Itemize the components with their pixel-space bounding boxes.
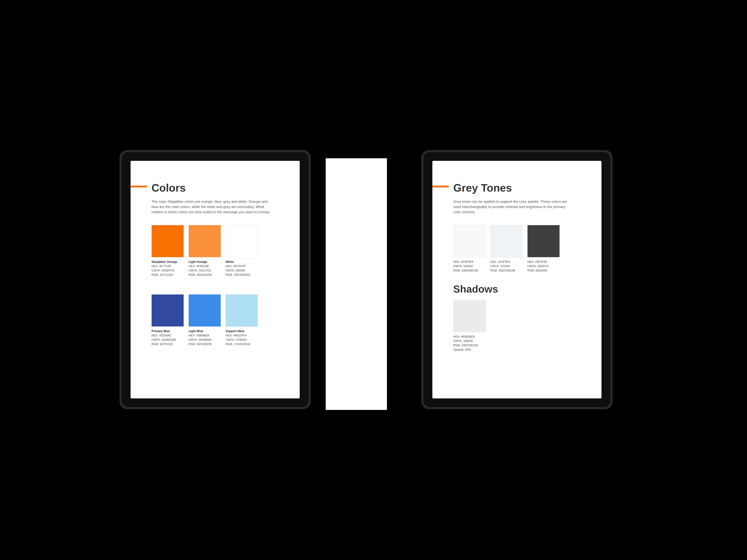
swatch-name: Sitejabber Orange: [152, 260, 184, 264]
swatch-cmyk: CMYK: 44/35/0/36: [152, 338, 184, 342]
swatch-hex: HEX: #3B8BEB: [188, 333, 221, 338]
swatch-rgb: RGB: 174/223/244: [226, 342, 258, 346]
page-title: Grey Tones: [453, 182, 581, 194]
page-lead: The main Sitejabber colors are orange, b…: [152, 199, 271, 215]
tablet-left-screen: Colors The main Sitejabber colors are or…: [131, 161, 300, 398]
swatch-hex: HEX: #FFFFFF: [226, 264, 258, 268]
swatch-cmyk: CMYK: 0/0/0/0: [226, 268, 258, 273]
swatch-hex: HEX: #AEDFF4: [226, 333, 258, 338]
swatch-name: Primary Blue: [152, 329, 184, 333]
swatch-rgb: RGB: 255/255/255: [226, 273, 258, 277]
accent-bar-icon: [131, 186, 147, 187]
stage: Colors The main Sitejabber colors are or…: [0, 0, 747, 560]
swatch-rgb: RGB: 59/139/235: [188, 342, 221, 346]
color-chip: [453, 225, 486, 257]
page-title: Colors: [152, 182, 279, 194]
swatch-cmyk: CMYK: 2/1/0/4: [490, 264, 523, 268]
swatch-rgb: RGB: 248/248/248: [453, 268, 486, 273]
swatch: Support Blue HEX: #AEDFF4 CMYK: 27/8/0/4…: [226, 294, 258, 346]
swatch-cmyk: CMYK: 0/0/0/75: [527, 264, 560, 268]
swatch-rgb: RGB: 250/145/59: [188, 273, 221, 277]
swatch-cmyk: CMYK: 0/0/0/8: [453, 339, 486, 343]
color-chip: [188, 225, 221, 257]
section-title-shadows: Shadows: [453, 283, 581, 295]
swatch: HEX: #EBEBEB CMYK: 0/0/0/8 RGB: 235/235/…: [453, 300, 486, 352]
tablet-left: Colors The main Sitejabber colors are or…: [120, 150, 311, 409]
swatch-rgb: RGB: 235/235/235: [453, 343, 486, 347]
color-chip: [226, 225, 258, 257]
swatch-hex: HEX: #EBEBEB: [453, 335, 486, 339]
swatch-rgb: RGB: 240/243/246: [490, 268, 523, 273]
swatch-cmyk: CMYK: 0/41/75/2: [188, 268, 221, 273]
swatch: White HEX: #FFFFFF CMYK: 0/0/0/0 RGB: 25…: [226, 225, 258, 277]
color-chip: [188, 294, 221, 327]
swatch-grid-colors: Sitejabber Orange HEX: #F77100 CMYK: 0/5…: [152, 225, 279, 346]
swatch-name: White: [226, 260, 258, 264]
center-page-sliver: [326, 158, 387, 410]
swatch-hex: HEX: #3249A2: [152, 333, 184, 338]
camera-icon: [516, 156, 518, 158]
swatch-cmyk: CMYK: 0/53/97/3: [152, 268, 184, 273]
swatch-cmyk: CMYK: 69/38/0/8: [188, 338, 221, 342]
tablet-right: Grey Tones Grey tones can be applied to …: [421, 150, 613, 409]
tablet-right-screen: Grey Tones Grey tones can be applied to …: [432, 161, 601, 398]
color-chip: [152, 294, 184, 327]
tablet-left-bezel: Colors The main Sitejabber colors are or…: [122, 152, 309, 407]
swatch-name: Light Blue: [188, 329, 221, 333]
swatch-cmyk: CMYK: 27/8/0/4: [226, 338, 258, 342]
swatch-name: Light Orange: [188, 260, 221, 264]
swatch-hex: HEX: #F0F3F6: [490, 260, 523, 264]
swatch: HEX: #F8F8F8 CMYK: 0/0/0/3 RGB: 248/248/…: [453, 225, 486, 273]
swatch-rgb: RGB: 50/73/162: [152, 342, 184, 346]
color-chip: [453, 300, 486, 332]
swatch: HEX: #3F3F3F CMYK: 0/0/0/75 RGB: 63/63/6…: [527, 225, 560, 273]
page-lead: Grey tones can be applied to support the…: [453, 199, 573, 215]
accent-bar-icon: [432, 186, 449, 187]
swatch-hex: HEX: #FA913B: [188, 264, 221, 268]
color-chip: [527, 225, 560, 257]
color-chip: [226, 294, 258, 327]
swatch: HEX: #F0F3F6 CMYK: 2/1/0/4 RGB: 240/243/…: [490, 225, 523, 273]
swatch-opacity: Opacity: 50%: [453, 347, 486, 352]
swatch-grid-shadows: HEX: #EBEBEB CMYK: 0/0/0/8 RGB: 235/235/…: [453, 300, 581, 352]
swatch-rgb: RGB: 247/113/0: [152, 273, 184, 277]
camera-icon: [214, 156, 216, 158]
swatch-cmyk: CMYK: 0/0/0/3: [453, 264, 486, 268]
color-chip: [490, 225, 523, 257]
swatch: Light Orange HEX: #FA913B CMYK: 0/41/75/…: [188, 225, 221, 277]
swatch: Light Blue HEX: #3B8BEB CMYK: 69/38/0/8 …: [188, 294, 221, 346]
swatch-hex: HEX: #3F3F3F: [527, 260, 560, 264]
swatch-hex: HEX: #F77100: [152, 264, 184, 268]
swatch-grid-greys: HEX: #F8F8F8 CMYK: 0/0/0/3 RGB: 248/248/…: [453, 225, 581, 273]
row-gap: [152, 282, 279, 290]
swatch: Sitejabber Orange HEX: #F77100 CMYK: 0/5…: [152, 225, 184, 277]
swatch-rgb: RGB: 63/63/63: [527, 268, 560, 273]
swatch: Primary Blue HEX: #3249A2 CMYK: 44/35/0/…: [152, 294, 184, 346]
swatch-name: Support Blue: [226, 329, 258, 333]
tablet-right-bezel: Grey Tones Grey tones can be applied to …: [423, 152, 611, 407]
swatch-hex: HEX: #F8F8F8: [453, 260, 486, 264]
color-chip: [152, 225, 184, 257]
